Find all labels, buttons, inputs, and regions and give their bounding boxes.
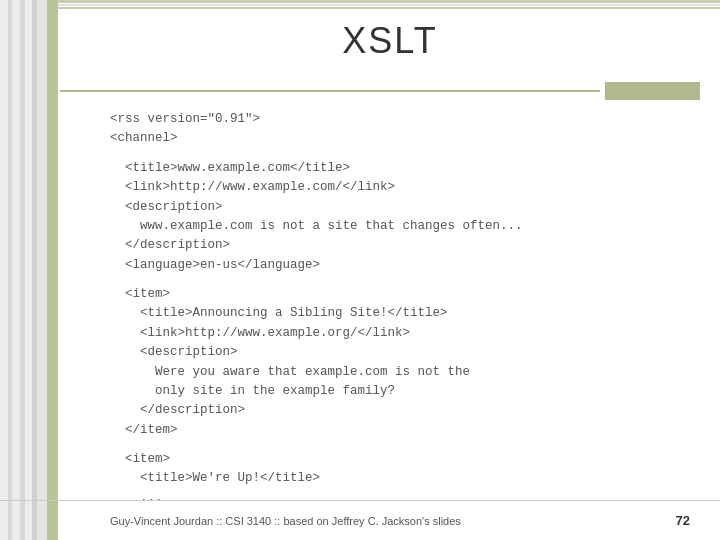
code-blank-2	[110, 275, 680, 285]
slide-title: XSLT	[342, 20, 437, 61]
stripe-5	[25, 0, 33, 540]
title-underline	[60, 90, 600, 92]
stripe-8	[47, 0, 58, 540]
top-line-3	[58, 7, 720, 9]
left-stripes	[0, 0, 58, 540]
footer-page-number: 72	[676, 513, 690, 528]
stripe-7	[37, 0, 47, 540]
code-line-16: </item>	[110, 421, 680, 440]
code-line-14: only site in the example family?	[110, 382, 680, 401]
footer-text: Guy-Vincent Jourdan :: CSI 3140 :: based…	[110, 515, 461, 527]
code-line-7: </description>	[110, 236, 680, 255]
slide-title-area: XSLT	[60, 20, 720, 62]
code-line-5: <description>	[110, 198, 680, 217]
top-line-1	[58, 0, 720, 3]
top-line-2	[58, 4, 720, 6]
code-line-8: <language>en-us</language>	[110, 256, 680, 275]
code-line-11: <link>http://www.example.org/</link>	[110, 324, 680, 343]
code-line-10: <title>Announcing a Sibling Site!</title…	[110, 304, 680, 323]
code-blank-1	[110, 149, 680, 159]
footer: Guy-Vincent Jourdan :: CSI 3140 :: based…	[0, 500, 720, 540]
right-accent-box	[605, 82, 700, 100]
stripe-1	[0, 0, 8, 540]
code-line-6: www.example.com is not a site that chang…	[110, 217, 680, 236]
code-blank-3	[110, 440, 680, 450]
code-line-4: <link>http://www.example.com/</link>	[110, 178, 680, 197]
stripe-3	[12, 0, 20, 540]
code-line-1: <rss version="0.91">	[110, 110, 680, 129]
code-line-18: <title>We're Up!</title>	[110, 469, 680, 488]
code-line-9: <item>	[110, 285, 680, 304]
code-line-12: <description>	[110, 343, 680, 362]
code-content: <rss version="0.91"> <channel> <title>ww…	[110, 110, 680, 480]
code-line-17: <item>	[110, 450, 680, 469]
code-line-13: Were you aware that example.com is not t…	[110, 363, 680, 382]
code-line-3: <title>www.example.com</title>	[110, 159, 680, 178]
code-line-15: </description>	[110, 401, 680, 420]
code-line-2: <channel>	[110, 129, 680, 148]
